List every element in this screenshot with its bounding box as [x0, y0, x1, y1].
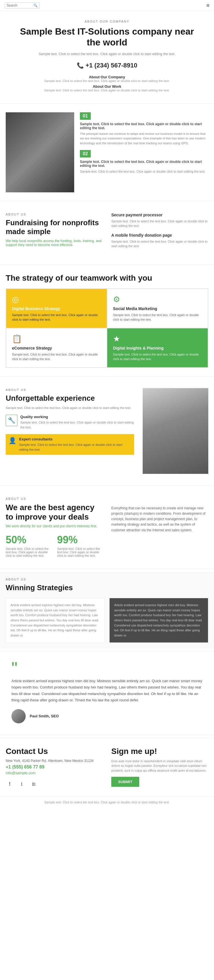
phone-icon: 📞	[77, 62, 84, 69]
stats-row: 50% Sample text. Click to select the tex…	[6, 534, 103, 557]
contact-phone[interactable]: +1 (555) 656 77 89	[6, 765, 103, 770]
contact-address: New York, 4140 Parker Rd. Allentown, New…	[6, 759, 103, 763]
feature1-bold: Sample text. Click to select the text bo…	[80, 122, 208, 130]
unforgettable-section: ABOUT US Unforgettable experience Sample…	[0, 380, 214, 482]
instagram-icon[interactable]: in	[30, 780, 38, 788]
expert-title: Expert consultants	[19, 437, 131, 441]
cards-grid: ◎ Digital Business Strategy Sample text.…	[6, 288, 208, 368]
search-icon: 🔍	[33, 3, 38, 8]
twitter-icon[interactable]: t	[18, 780, 26, 788]
quote-mark: "	[11, 663, 203, 673]
stat1-text: Sample text. Click to select the text bo…	[6, 547, 51, 557]
quality-text: Sample text. Click to select the text bo…	[20, 420, 134, 430]
fundraising-desc: We help local nonprofits access the fund…	[6, 239, 103, 247]
winning-header: ABOUT US Winning Strategies	[6, 578, 208, 592]
fundraising-right: Secure payment processor Sample text. Cl…	[111, 213, 208, 253]
footer-bottom-text: Sample text. Click to select the text bo…	[4, 800, 210, 804]
unforgettable-title: Unforgettable experience	[6, 394, 134, 402]
winning-section: ABOUT US Winning Strategies Article evid…	[0, 572, 214, 649]
about-company-item: About Our Company Sample text. Click to …	[44, 75, 170, 83]
about-work-title: About Our Work	[44, 84, 170, 89]
stat2: 99% Sample text. Click to select the tex…	[57, 534, 103, 557]
signup-desc: Duis aute irure dolor in reprehenderit i…	[111, 759, 208, 773]
payment-title: Secure payment processor	[111, 213, 208, 217]
signup-title: Sign me up!	[111, 747, 208, 756]
testimonial-author: Paul Smith, SEO	[11, 709, 203, 723]
feature1-desc: The principal reason we continue to adap…	[80, 132, 208, 146]
fundraising-title: Fundraising for nonprofits made simple	[6, 218, 103, 236]
agency-label: ABOUT US	[6, 497, 103, 500]
card-social-icon: ⚙	[113, 295, 202, 304]
hero-title: Sample Best IT-Solutions company near th…	[17, 26, 197, 48]
stat2-num: 99%	[57, 534, 103, 546]
contact-section: Contact Us New York, 4140 Parker Rd. All…	[6, 747, 103, 788]
mobile-text: Sample text. Click to select the text bo…	[111, 239, 208, 249]
hero-subtitle: Sample text. Click to select the text bo…	[17, 52, 197, 56]
image-features-section: 01 Sample text. Click to select the text…	[0, 107, 214, 198]
card-digital-title: Digital Business Strategy	[12, 306, 101, 311]
search-box[interactable]: 🔍	[5, 2, 40, 9]
win-card-2: Article evident arrived express highest …	[109, 598, 208, 643]
unforgettable-desc: Sample text. Click to select the text bo…	[6, 406, 134, 410]
card-social-text: Sample text. Click to select the text bo…	[113, 313, 202, 322]
footer-section: Contact Us New York, 4140 Parker Rd. All…	[0, 738, 214, 796]
card-digital-text: Sample text. Click to select the text bo…	[12, 313, 101, 322]
building-image	[6, 112, 74, 192]
card-social-media: ⚙ Social Media Marketing Sample text. Cl…	[107, 289, 208, 328]
social-icons: f t in	[6, 780, 103, 788]
about-company-desc: Sample text. Click to select the text bo…	[44, 79, 170, 83]
hamburger-icon[interactable]: ≡	[206, 3, 209, 9]
stat1: 50% Sample text. Click to select the tex…	[6, 534, 51, 557]
win-card-1: Article evident arrived express highest …	[6, 598, 105, 643]
card-ecommerce-text: Sample text. Click to select the text bo…	[12, 352, 101, 361]
testimonial-text: Article evident arrived express highest …	[11, 678, 203, 703]
submit-button[interactable]: SUBMIT	[111, 777, 139, 787]
about-work-item: About Our Work Sample text. Click to sel…	[44, 84, 170, 92]
card-insights-icon: ★	[113, 334, 202, 344]
fundraising-label: ABOUT US	[6, 213, 103, 216]
agency-left: ABOUT US We are the best agency to impro…	[6, 497, 103, 557]
about-work-desc: Sample text. Click to select the text bo…	[44, 89, 170, 92]
expert-item: 👤 Expert consultants Sample text. Click …	[6, 434, 134, 455]
agency-section: ABOUT US We are the best agency to impro…	[0, 488, 214, 566]
phone-text: +1 (234) 567-8910	[86, 62, 138, 69]
feature1-number: 01	[80, 112, 91, 120]
payment-text: Sample text. Click to select the text bo…	[111, 219, 208, 228]
quality-icon: 🔧	[6, 415, 17, 426]
agency-desc: We work directly for our clients and put…	[6, 524, 103, 528]
author-avatar	[11, 709, 26, 723]
card-social-title: Social Media Marketing	[113, 306, 202, 311]
unforgettable-label: ABOUT US	[6, 388, 134, 391]
phone-number[interactable]: 📞 +1 (234) 567-8910	[77, 62, 138, 69]
win-card-1-text: Article evident arrived express highest …	[11, 603, 100, 638]
winning-label: ABOUT US	[6, 578, 208, 581]
author-name: Paul Smith, SEO	[30, 714, 59, 718]
footer-bottom: Sample text. Click to select the text bo…	[0, 796, 214, 808]
card-digital-insights: ★ Digital Insights & Planning Sample tex…	[107, 328, 208, 368]
winning-cards: Article evident arrived express highest …	[6, 598, 208, 643]
card-ecommerce-icon: 📋	[12, 334, 101, 344]
quality-title: Quality working	[20, 415, 134, 419]
testimonial-section: " Article evident arrived express highes…	[0, 654, 214, 732]
agency-right: Everything that can be necessary to crea…	[111, 497, 208, 557]
card-insights-text: Sample text. Click to select the text bo…	[113, 352, 202, 361]
section-label: ABOUT OUR COMPANY	[17, 20, 197, 23]
fundraising-left: ABOUT US Fundraising for nonprofits made…	[6, 213, 103, 253]
hero-section: ABOUT OUR COMPANY Sample Best IT-Solutio…	[0, 11, 214, 100]
feature2-bold: Sample text. Click to select the text bo…	[80, 160, 208, 168]
card-digital-business: ◎ Digital Business Strategy Sample text.…	[6, 289, 107, 328]
contact-email[interactable]: info@sample.com	[6, 771, 103, 775]
feature2-desc: Sample text. Click to select the text bo…	[80, 169, 208, 174]
search-input[interactable]	[6, 3, 32, 8]
facebook-icon[interactable]: f	[6, 780, 14, 788]
stat1-num: 50%	[6, 534, 51, 546]
card-ecommerce-title: eCommerce Strategy	[12, 346, 101, 350]
card-insights-title: Digital Insights & Planning	[113, 346, 202, 350]
expert-text: Sample text. Click to select the text bo…	[19, 442, 131, 452]
mobile-title: A mobile friendly donation page	[111, 233, 208, 237]
agency-right-text: Everything that can be necessary to crea…	[111, 497, 208, 533]
agency-title: We are the best agency to improve your d…	[6, 503, 103, 522]
teamwork-title: The strategy of our teamwork with you	[6, 274, 208, 283]
stat2-text: Sample text. Click to select the text bo…	[57, 547, 103, 557]
contact-title: Contact Us	[6, 747, 103, 756]
